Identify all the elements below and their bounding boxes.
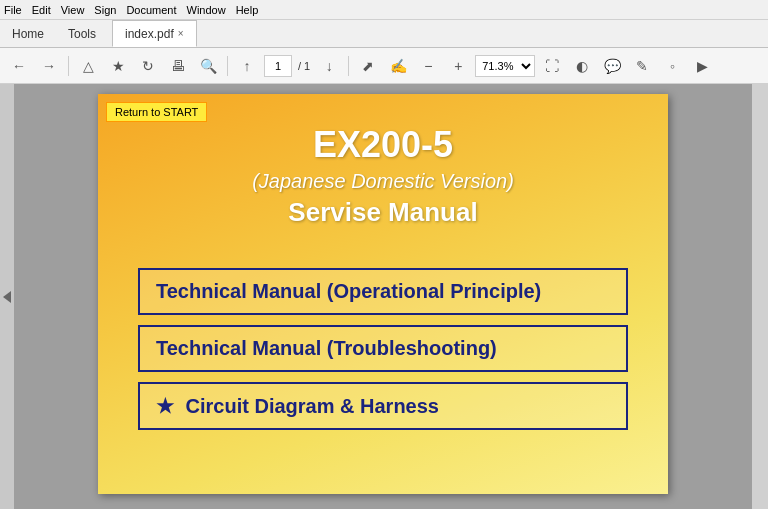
pdf-container: Return to START EX200-5 (Japanese Domest…: [14, 84, 752, 509]
menu-help[interactable]: Help: [236, 4, 259, 16]
left-sidebar-toggle[interactable]: [0, 84, 14, 509]
document-manual-type: Servise Manual: [118, 197, 648, 228]
back-button[interactable]: ←: [6, 53, 32, 79]
operational-label: Technical Manual (Operational Principle): [156, 280, 541, 302]
share-button[interactable]: ▶: [689, 53, 715, 79]
forward-button[interactable]: →: [36, 53, 62, 79]
cursor-tool-button[interactable]: ⬈: [355, 53, 381, 79]
menu-window[interactable]: Window: [187, 4, 226, 16]
menu-sign[interactable]: Sign: [94, 4, 116, 16]
zoom-in-button[interactable]: +: [445, 53, 471, 79]
hand-tool-button[interactable]: ✍: [385, 53, 411, 79]
draw-button[interactable]: ✎: [629, 53, 655, 79]
menu-bar: File Edit View Sign Document Window Help: [0, 0, 768, 20]
zoom-selector[interactable]: 71.3% 50% 75% 100% 125% 150%: [475, 55, 535, 77]
next-page-button[interactable]: ↓: [316, 53, 342, 79]
fit-width-button[interactable]: ◐: [569, 53, 595, 79]
troubleshooting-label: Technical Manual (Troubleshooting): [156, 337, 497, 359]
comment-button[interactable]: 💬: [599, 53, 625, 79]
refresh-button[interactable]: ↻: [135, 53, 161, 79]
tab-file-label: index.pdf: [125, 27, 174, 41]
right-panel: [752, 84, 768, 509]
tab-file[interactable]: index.pdf ×: [112, 20, 197, 47]
fit-page-button[interactable]: ⛶: [539, 53, 565, 79]
tab-tools[interactable]: Tools: [56, 20, 108, 47]
page-separator: / 1: [298, 60, 310, 72]
tab-close-button[interactable]: ×: [178, 28, 184, 39]
toolbar-separator-1: [68, 56, 69, 76]
page-number-input[interactable]: 1: [264, 55, 292, 77]
star-icon: ★: [156, 395, 174, 417]
zoom-magnify-button[interactable]: 🔍: [195, 53, 221, 79]
tab-bar: Home Tools index.pdf ×: [0, 20, 768, 48]
document-menu: Technical Manual (Operational Principle)…: [98, 248, 668, 450]
return-to-start-button[interactable]: Return to START: [106, 102, 207, 122]
menu-document[interactable]: Document: [126, 4, 176, 16]
left-arrow-icon: [3, 291, 11, 303]
print-button[interactable]: 🖶: [165, 53, 191, 79]
pdf-page: Return to START EX200-5 (Japanese Domest…: [98, 94, 668, 494]
main-area: Return to START EX200-5 (Japanese Domest…: [0, 84, 768, 509]
menu-item-circuit[interactable]: ★ Circuit Diagram & Harness: [138, 382, 628, 430]
menu-edit[interactable]: Edit: [32, 4, 51, 16]
circuit-label: Circuit Diagram & Harness: [186, 395, 439, 417]
measure-button[interactable]: ◦: [659, 53, 685, 79]
menu-item-troubleshooting[interactable]: Technical Manual (Troubleshooting): [138, 325, 628, 372]
toolbar-separator-3: [348, 56, 349, 76]
toolbar-separator-2: [227, 56, 228, 76]
bookmark-button[interactable]: ★: [105, 53, 131, 79]
prev-page-button[interactable]: ↑: [234, 53, 260, 79]
menu-view[interactable]: View: [61, 4, 85, 16]
toolbar: ← → △ ★ ↻ 🖶 🔍 ↑ 1 / 1 ↓ ⬈ ✍ − + 71.3% 50…: [0, 48, 768, 84]
home-button[interactable]: △: [75, 53, 101, 79]
zoom-out-button[interactable]: −: [415, 53, 441, 79]
menu-file[interactable]: File: [4, 4, 22, 16]
document-subtitle: (Japanese Domestic Version): [118, 170, 648, 193]
document-title: EX200-5: [118, 124, 648, 166]
menu-item-operational[interactable]: Technical Manual (Operational Principle): [138, 268, 628, 315]
tab-home[interactable]: Home: [0, 20, 56, 47]
